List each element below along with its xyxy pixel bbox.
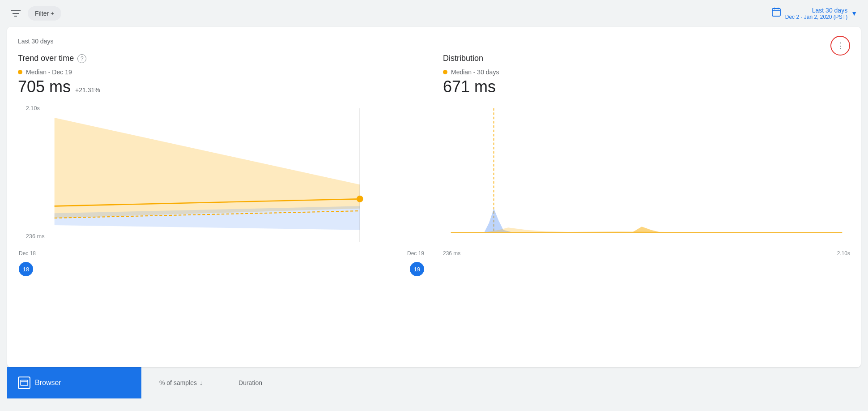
svg-rect-3 bbox=[772, 9, 780, 16]
filter-button[interactable]: Filter + bbox=[28, 6, 61, 21]
filter-button-label: Filter + bbox=[35, 10, 54, 17]
dist-value-text: 671 ms bbox=[443, 77, 496, 96]
svg-text:2.10s: 2.10s bbox=[26, 105, 40, 111]
calendar-icon bbox=[771, 7, 782, 20]
trend-badge-start: 18 bbox=[19, 262, 33, 276]
duration-label: Duration bbox=[238, 379, 262, 386]
trend-chart-container: 2.10s 236 ms Dec 18 bbox=[18, 103, 425, 340]
bottom-bar: Browser % of samples ↓ Duration bbox=[7, 367, 861, 398]
filter-lines-icon bbox=[11, 9, 21, 17]
trend-orange-dot bbox=[18, 70, 22, 74]
more-options-button[interactable]: ⋮ bbox=[830, 36, 850, 56]
trend-metric-label-text: Median - Dec 19 bbox=[26, 68, 72, 76]
dist-x-start: 236 ms bbox=[443, 250, 460, 257]
trend-value-text: 705 ms bbox=[18, 77, 71, 96]
trend-x-end: Dec 19 bbox=[407, 250, 424, 257]
trend-section: Trend over time ? Median - Dec 19 705 ms… bbox=[18, 54, 425, 340]
date-range-title: Last 30 days bbox=[812, 7, 847, 14]
chevron-down-icon: ▼ bbox=[851, 10, 857, 17]
dist-chart-container: 236 ms 2.10s bbox=[443, 103, 850, 340]
date-range-subtitle: Dec 2 - Jan 2, 2020 (PST) bbox=[785, 14, 847, 20]
svg-rect-21 bbox=[21, 380, 28, 385]
dist-chart-svg bbox=[443, 103, 850, 247]
trend-title-row: Trend over time ? bbox=[18, 54, 425, 63]
trend-date-badges: 18 19 bbox=[18, 262, 425, 276]
distribution-section: Distribution Median - 30 days 671 ms bbox=[443, 54, 850, 340]
browser-label: Browser bbox=[35, 379, 61, 387]
trend-x-start: Dec 18 bbox=[19, 250, 36, 257]
trend-help-icon[interactable]: ? bbox=[77, 54, 86, 63]
trend-metric-value: 705 ms +21.31% bbox=[18, 77, 425, 96]
card-period: Last 30 days bbox=[18, 38, 53, 45]
trend-title: Trend over time bbox=[18, 54, 74, 63]
toolbar-right: Last 30 days Dec 2 - Jan 2, 2020 (PST) ▼ bbox=[771, 7, 857, 20]
dist-metric-label: Median - 30 days bbox=[443, 68, 850, 76]
trend-metric-label: Median - Dec 19 bbox=[18, 68, 425, 76]
browser-tab[interactable]: Browser bbox=[7, 367, 141, 398]
dist-title: Distribution bbox=[443, 54, 483, 63]
svg-point-14 bbox=[357, 196, 363, 202]
sort-icon: ↓ bbox=[200, 379, 203, 386]
date-range-selector[interactable]: Last 30 days Dec 2 - Jan 2, 2020 (PST) ▼ bbox=[785, 7, 857, 20]
trend-metric-change: +21.31% bbox=[75, 86, 100, 94]
toolbar-left: Filter + bbox=[11, 6, 61, 21]
svg-text:236 ms: 236 ms bbox=[26, 233, 45, 240]
dist-x-end: 2.10s bbox=[837, 250, 850, 257]
dist-metric-label-text: Median - 30 days bbox=[451, 68, 499, 76]
percent-samples-label: % of samples bbox=[159, 379, 197, 386]
more-options-icon: ⋮ bbox=[836, 41, 844, 51]
trend-x-labels: Dec 18 Dec 19 bbox=[18, 250, 425, 257]
dist-orange-dot bbox=[443, 70, 447, 74]
date-range-text: Last 30 days Dec 2 - Jan 2, 2020 (PST) bbox=[785, 7, 847, 20]
dist-title-row: Distribution bbox=[443, 54, 850, 63]
svg-marker-19 bbox=[632, 227, 661, 232]
dist-x-labels: 236 ms 2.10s bbox=[443, 250, 850, 257]
card-header: Last 30 days bbox=[18, 38, 850, 45]
svg-marker-18 bbox=[484, 227, 842, 232]
filter-icon-button[interactable] bbox=[11, 9, 21, 17]
duration-header[interactable]: Duration bbox=[221, 367, 280, 398]
toolbar: Filter + Last 30 days Dec 2 - Jan 2, 202… bbox=[0, 0, 868, 27]
dist-metric-value: 671 ms bbox=[443, 77, 850, 96]
charts-row: Trend over time ? Median - Dec 19 705 ms… bbox=[18, 54, 850, 340]
browser-icon bbox=[18, 377, 30, 389]
main-card: Last 30 days ⋮ Trend over time ? Median … bbox=[7, 27, 861, 367]
trend-chart-svg: 2.10s 236 ms bbox=[18, 103, 425, 247]
trend-badge-end: 19 bbox=[410, 262, 424, 276]
percent-samples-header[interactable]: % of samples ↓ bbox=[141, 367, 221, 398]
